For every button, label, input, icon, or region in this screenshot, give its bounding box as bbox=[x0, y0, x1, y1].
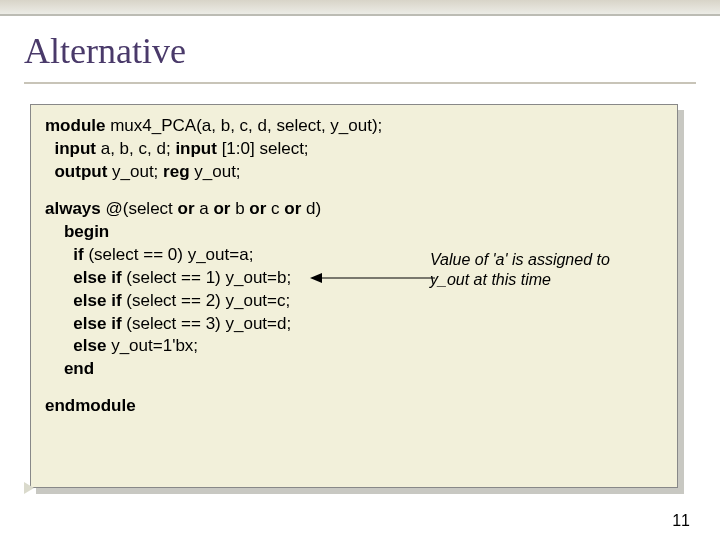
annotation-line-2: y_out at this time bbox=[430, 271, 551, 288]
annotation-line-1: Value of 'a' is assigned to bbox=[430, 251, 610, 268]
kw-or-3: or bbox=[249, 199, 266, 218]
endmodule-line: endmodule bbox=[45, 395, 661, 418]
if-cond-0: (select == 0) y_out=a; bbox=[84, 245, 254, 264]
kw-or-4: or bbox=[284, 199, 301, 218]
kw-endmodule: endmodule bbox=[45, 396, 136, 415]
code-gap-2 bbox=[45, 381, 661, 395]
title-separator bbox=[24, 82, 696, 84]
code-box: module mux4_PCA(a, b, c, d, select, y_ou… bbox=[30, 104, 678, 488]
kw-if: if bbox=[73, 245, 83, 264]
kw-module: module bbox=[45, 116, 105, 135]
elseif-1: (select == 1) y_out=b; bbox=[122, 268, 292, 287]
kw-elseif-1: else if bbox=[73, 268, 121, 287]
kw-or-1: or bbox=[178, 199, 195, 218]
annotation-text: Value of 'a' is assigned to y_out at thi… bbox=[430, 250, 690, 290]
kw-elseif-2: else if bbox=[73, 291, 121, 310]
input-select: [1:0] select; bbox=[217, 139, 309, 158]
page-number: 11 bbox=[672, 512, 690, 530]
input-args: a, b, c, d; bbox=[96, 139, 175, 158]
else-stmt: y_out=1'bx; bbox=[106, 336, 198, 355]
code-block: module mux4_PCA(a, b, c, d, select, y_ou… bbox=[45, 115, 661, 184]
kw-input-1: input bbox=[54, 139, 96, 158]
kw-else: else bbox=[73, 336, 106, 355]
annotation-arrow bbox=[310, 268, 440, 288]
kw-reg: reg bbox=[163, 162, 189, 181]
reg-arg: y_out; bbox=[190, 162, 241, 181]
corner-notch-icon bbox=[24, 482, 34, 494]
elseif-3: (select == 3) y_out=d; bbox=[122, 314, 292, 333]
elseif-2: (select == 2) y_out=c; bbox=[122, 291, 291, 310]
kw-or-2: or bbox=[213, 199, 230, 218]
kw-always: always bbox=[45, 199, 101, 218]
code-gap-1 bbox=[45, 184, 661, 198]
kw-begin: begin bbox=[64, 222, 109, 241]
svg-marker-1 bbox=[310, 273, 322, 283]
sens-c: c bbox=[266, 199, 284, 218]
module-signature: mux4_PCA(a, b, c, d, select, y_out); bbox=[105, 116, 382, 135]
kw-elseif-3: else if bbox=[73, 314, 121, 333]
sens-b: b bbox=[230, 199, 249, 218]
kw-input-2: input bbox=[175, 139, 217, 158]
sens-a: a bbox=[195, 199, 214, 218]
kw-end: end bbox=[64, 359, 94, 378]
output-arg: y_out; bbox=[107, 162, 163, 181]
always-head: @(select bbox=[101, 199, 178, 218]
kw-output: output bbox=[54, 162, 107, 181]
title-bar bbox=[0, 0, 720, 16]
sens-d: d) bbox=[301, 199, 321, 218]
slide-title: Alternative bbox=[24, 30, 720, 72]
